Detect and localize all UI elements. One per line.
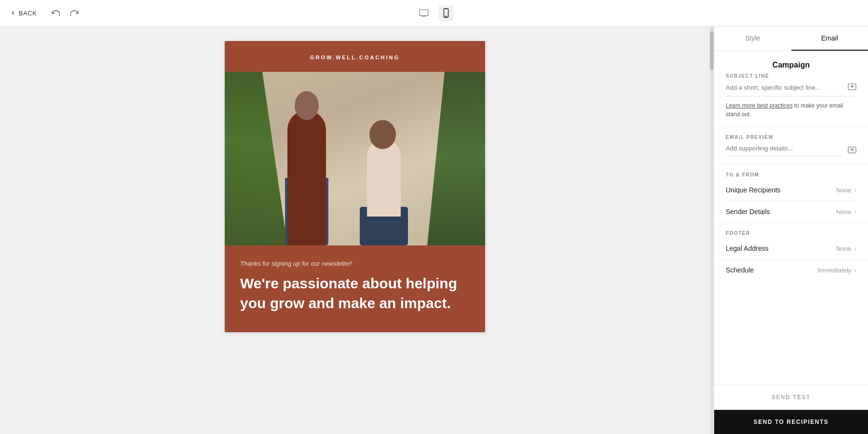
subject-line-label: SUBJECT LINE xyxy=(726,73,856,79)
person-left-body xyxy=(287,110,326,245)
best-practices-text: Learn more best practices to make your e… xyxy=(726,101,856,119)
svg-rect-5 xyxy=(848,84,856,90)
preview-input-row xyxy=(726,145,856,156)
sender-details-row[interactable]: Sender Details None › xyxy=(726,201,856,222)
unique-recipients-row[interactable]: Unique Recipients None › xyxy=(726,179,856,201)
mobile-view-button[interactable] xyxy=(439,5,453,21)
legal-address-chevron-icon: › xyxy=(854,244,856,252)
person-right-body xyxy=(367,139,401,217)
email-photo xyxy=(225,72,485,245)
right-panel: Style Email Campaign SUBJECT LINE xyxy=(714,27,868,434)
footer-section: FOOTER Legal Address None › xyxy=(714,222,868,259)
sender-details-chevron-icon: › xyxy=(854,208,856,216)
mobile-icon xyxy=(443,8,449,18)
schedule-chevron-icon: › xyxy=(854,266,856,274)
legal-address-value: None xyxy=(836,245,851,252)
scrollbar-thumb[interactable] xyxy=(710,31,714,70)
undo-icon xyxy=(51,9,60,17)
schedule-row[interactable]: Schedule Immediately › xyxy=(726,259,856,281)
sender-details-value: None xyxy=(836,208,851,216)
redo-icon xyxy=(70,9,79,17)
top-navigation: BACK xyxy=(0,0,868,27)
person-left xyxy=(278,91,355,245)
unique-recipients-chevron-icon: › xyxy=(854,186,856,194)
legal-address-row[interactable]: Legal Address None › xyxy=(726,238,856,259)
panel-tabs: Style Email xyxy=(714,27,868,51)
schedule-value: Immediately xyxy=(817,267,851,274)
canvas-scrollbar[interactable] xyxy=(710,27,714,434)
desktop-view-button[interactable] xyxy=(415,6,433,20)
subject-input-row xyxy=(726,83,856,96)
undo-button[interactable] xyxy=(49,7,62,19)
send-recipients-button[interactable]: SEND TO RECIPIENTS xyxy=(714,410,868,434)
unique-recipients-value-area: None › xyxy=(836,186,856,194)
canvas-area: GROW.WELL.COACHING xyxy=(0,27,710,434)
email-preview-input[interactable] xyxy=(726,145,844,156)
email-body: Thanks for signing up for our newsletter… xyxy=(225,245,485,332)
person-left-head xyxy=(295,91,319,120)
back-label: BACK xyxy=(19,10,37,17)
svg-rect-0 xyxy=(420,10,428,16)
email-image xyxy=(225,72,485,245)
unique-recipients-value: None xyxy=(836,187,851,194)
tab-style[interactable]: Style xyxy=(714,27,791,51)
footer-label: FOOTER xyxy=(726,223,856,236)
main-area: GROW.WELL.COACHING xyxy=(0,27,868,434)
redo-button[interactable] xyxy=(68,7,81,19)
desktop-icon xyxy=(419,9,429,17)
svg-rect-7 xyxy=(848,147,856,153)
email-tagline: Thanks for signing up for our newsletter… xyxy=(240,260,470,267)
sender-details-label: Sender Details xyxy=(726,208,770,216)
person-right xyxy=(355,130,427,245)
panel-footer: SEND TEST SEND TO RECIPIENTS xyxy=(714,385,868,434)
subject-line-input[interactable] xyxy=(726,84,844,91)
unique-recipients-label: Unique Recipients xyxy=(726,186,781,194)
legal-address-value-area: None › xyxy=(836,244,856,252)
history-icons xyxy=(49,7,81,19)
schedule-section: Schedule Immediately › xyxy=(714,259,868,281)
to-from-label: TO & FROM xyxy=(726,164,856,177)
device-toggle xyxy=(415,5,453,21)
panel-content: Campaign SUBJECT LINE Learn more bes xyxy=(714,51,868,385)
insert-variable-icon-preview[interactable] xyxy=(848,147,856,154)
nav-left: BACK xyxy=(10,7,81,19)
send-test-button[interactable]: SEND TEST xyxy=(714,385,868,410)
tab-email[interactable]: Email xyxy=(791,27,868,51)
insert-variable-icon[interactable] xyxy=(848,83,856,91)
schedule-value-area: Immediately › xyxy=(817,266,856,274)
subject-line-section: SUBJECT LINE Learn more best practices t… xyxy=(714,73,868,126)
best-practices-link[interactable]: Learn more best practices xyxy=(726,102,793,109)
email-preview-section: EMAIL PREVIEW xyxy=(714,126,868,164)
sender-details-value-area: None › xyxy=(836,208,856,216)
email-header: GROW.WELL.COACHING xyxy=(225,41,485,72)
campaign-title: Campaign xyxy=(714,51,868,73)
to-from-section: TO & FROM Unique Recipients None › Sende… xyxy=(714,164,868,222)
svg-point-4 xyxy=(446,16,446,16)
person-right-head xyxy=(369,120,396,149)
email-preview-label: EMAIL PREVIEW xyxy=(726,127,856,140)
legal-address-label: Legal Address xyxy=(726,244,769,252)
email-preview-container: GROW.WELL.COACHING xyxy=(225,41,485,332)
back-button[interactable]: BACK xyxy=(10,10,37,17)
back-arrow-icon xyxy=(10,10,16,16)
schedule-label: Schedule xyxy=(726,266,754,274)
email-brand: GROW.WELL.COACHING xyxy=(234,54,475,60)
email-heading: We're passionate about helping you grow … xyxy=(240,274,470,313)
